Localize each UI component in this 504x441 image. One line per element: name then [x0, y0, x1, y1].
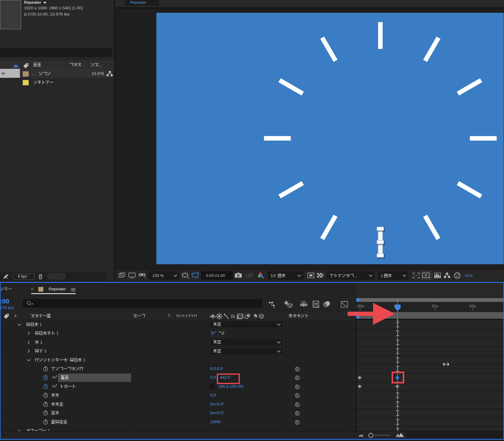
svg-text:fx: fx — [231, 313, 235, 319]
